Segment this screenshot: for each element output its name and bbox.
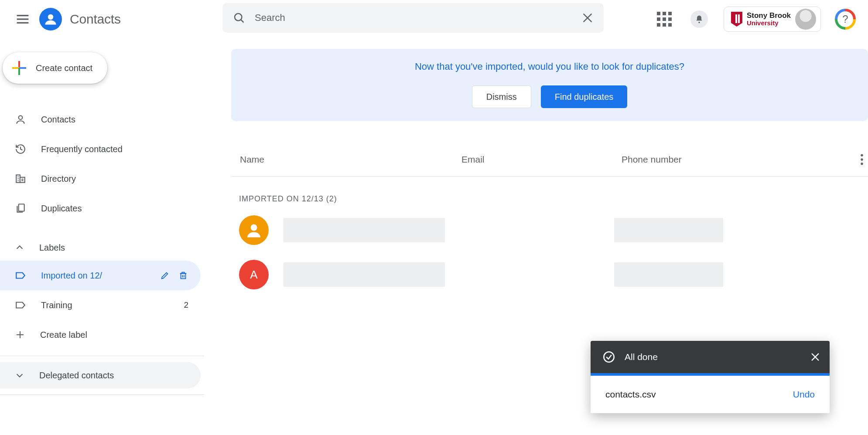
group-header: Imported on 12/13 (2) <box>239 194 337 204</box>
svg-rect-0 <box>17 15 29 16</box>
redacted-phone <box>614 262 723 287</box>
header-bar: Contacts Stony Brook University ? <box>0 0 868 38</box>
duplicates-prompt-banner: Now that you've imported, would you like… <box>231 49 868 121</box>
delegated-header-text: Delegated contacts <box>39 370 114 381</box>
sidebar-item-label: Imported on 12/ <box>41 271 102 281</box>
toast-title: All done <box>625 352 658 362</box>
contact-avatar: A <box>239 260 269 289</box>
app-logo[interactable]: Contacts <box>39 8 121 31</box>
sidebar: Create contact Contacts Frequently conta… <box>0 52 204 401</box>
plus-small-icon <box>15 330 25 340</box>
import-done-toast: All done contacts.csv Undo <box>591 341 830 413</box>
sidebar-divider <box>0 356 204 356</box>
banner-message: Now that you've imported, would you like… <box>231 61 868 72</box>
svg-point-3 <box>48 14 54 20</box>
label-icon <box>15 270 26 281</box>
list-settings-button[interactable] <box>860 154 864 165</box>
labels-header-text: Labels <box>39 243 65 253</box>
svg-rect-11 <box>20 177 25 183</box>
app-title: Contacts <box>70 12 121 27</box>
organization-account-chip[interactable]: Stony Brook University <box>724 7 821 32</box>
svg-rect-17 <box>19 204 24 211</box>
sidebar-create-label[interactable]: Create label <box>0 320 201 350</box>
svg-point-4 <box>235 14 242 20</box>
label-count: 2 <box>184 300 188 310</box>
redacted-name <box>284 218 445 242</box>
svg-rect-2 <box>17 22 29 24</box>
column-headers: Name Email Phone number <box>231 148 868 171</box>
contact-row[interactable] <box>239 214 867 246</box>
svg-point-9 <box>19 116 23 119</box>
svg-point-28 <box>604 352 614 362</box>
svg-point-8 <box>698 22 700 23</box>
sidebar-label-imported[interactable]: Imported on 12/ <box>0 261 201 290</box>
sidebar-item-label: Contacts <box>41 115 75 125</box>
notifications-button[interactable] <box>689 9 710 30</box>
sidebar-item-label: Directory <box>41 174 76 184</box>
main-menu-button[interactable] <box>12 9 33 30</box>
svg-rect-18 <box>181 273 186 279</box>
contact-avatar <box>239 215 269 245</box>
sidebar-label-training[interactable]: Training 2 <box>0 290 201 320</box>
google-apps-button[interactable] <box>654 9 675 30</box>
redacted-phone <box>614 218 723 242</box>
bell-icon <box>690 10 708 28</box>
contacts-logo-icon <box>39 8 62 31</box>
delegated-contacts-toggle[interactable]: Delegated contacts <box>0 362 201 388</box>
sidebar-item-duplicates[interactable]: Duplicates <box>0 194 201 223</box>
sidebar-item-directory[interactable]: Directory <box>0 164 201 194</box>
svg-line-5 <box>241 20 244 23</box>
sidebar-item-contacts[interactable]: Contacts <box>0 105 201 134</box>
label-icon <box>15 299 26 311</box>
col-name: Name <box>240 154 264 165</box>
search-bar[interactable] <box>222 3 604 33</box>
copy-icon <box>15 203 26 214</box>
col-phone: Phone number <box>622 154 682 165</box>
find-duplicates-button[interactable]: Find duplicates <box>541 85 628 108</box>
close-toast-button[interactable] <box>810 352 820 362</box>
org-shield-icon <box>731 12 742 27</box>
edit-label-button[interactable] <box>160 270 170 281</box>
labels-section-toggle[interactable]: Labels <box>0 234 201 261</box>
dismiss-button[interactable]: Dismiss <box>472 85 531 108</box>
svg-point-27 <box>251 224 257 231</box>
check-circle-icon <box>603 351 615 363</box>
support-button[interactable]: ? <box>835 9 856 30</box>
history-icon <box>15 143 26 155</box>
create-contact-label: Create contact <box>36 63 92 73</box>
sidebar-item-label: Training <box>41 300 72 310</box>
hamburger-icon <box>17 15 29 24</box>
user-avatar[interactable] <box>795 9 816 30</box>
sidebar-item-label: Create label <box>40 330 87 340</box>
more-vert-icon <box>860 154 864 165</box>
chevron-down-icon <box>15 370 24 380</box>
trash-icon <box>178 271 188 280</box>
sidebar-item-label: Duplicates <box>41 204 82 214</box>
close-icon <box>810 352 820 362</box>
org-name: Stony Brook University <box>747 12 791 27</box>
svg-point-26 <box>861 163 863 165</box>
domain-icon <box>15 173 26 184</box>
search-input[interactable] <box>255 12 582 24</box>
question-mark-icon: ? <box>837 11 853 27</box>
sidebar-divider <box>0 394 204 395</box>
undo-button[interactable]: Undo <box>793 389 815 400</box>
search-icon <box>233 12 245 24</box>
plus-icon <box>12 61 26 75</box>
pencil-icon <box>160 271 170 280</box>
sidebar-item-frequently-contacted[interactable]: Frequently contacted <box>0 134 201 164</box>
chevron-up-icon <box>15 243 24 252</box>
apps-grid-icon <box>657 12 672 27</box>
create-contact-button[interactable]: Create contact <box>3 52 107 84</box>
svg-rect-1 <box>17 18 29 20</box>
clear-search-icon[interactable] <box>582 12 593 24</box>
redacted-name <box>284 262 445 287</box>
toast-filename: contacts.csv <box>605 389 656 400</box>
svg-point-25 <box>861 158 863 160</box>
col-email: Email <box>461 154 485 165</box>
header-divider <box>231 176 868 177</box>
contact-row[interactable]: A <box>239 259 867 290</box>
delete-label-button[interactable] <box>178 270 188 281</box>
svg-point-24 <box>861 154 863 156</box>
sidebar-item-label: Frequently contacted <box>41 144 123 154</box>
